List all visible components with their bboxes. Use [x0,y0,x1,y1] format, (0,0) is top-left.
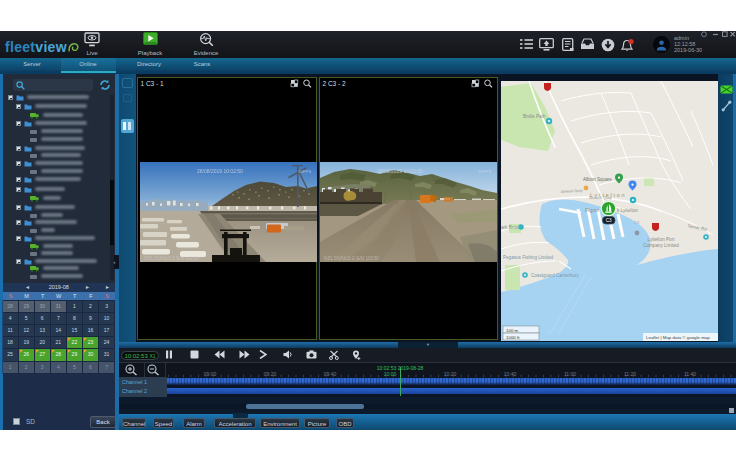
svg-text:Albion Square: Albion Square [583,177,612,182]
svg-text:Coastguard Canterbury: Coastguard Canterbury [531,273,579,278]
svg-text:28/08/2019 10:02:50: 28/08/2019 10:02:50 [197,168,243,174]
svg-text:Lyttelton PortCompany Limited: Lyttelton PortCompany Limited [643,237,679,248]
svg-text:1000 ft: 1000 ft [506,335,520,340]
svg-text:28/08/2019 10:02:50: 28/08/2019 10:02:50 [377,168,423,174]
svg-text:Pilgrim: Pilgrim [585,208,599,213]
svg-text:100 m: 100 m [506,328,519,333]
svg-text:Lyttelton: Lyttelton [590,192,626,198]
svg-text:C3: C3 [634,220,640,225]
svg-text:30FPS: 30FPS [298,169,311,174]
svg-text:ark Bros: ark Bros [501,225,519,230]
svg-text:Leaflet | Map data © google ma: Leaflet | Map data © google map [646,335,710,340]
svg-text:NZL DUNLD 2 S/N 10230: NZL DUNLD 2 S/N 10230 [324,256,379,261]
svg-text:NZL DUNLD 1 S/N 10230: NZL DUNLD 1 S/N 10230 [144,256,199,261]
svg-text:Bridle Path: Bridle Path [523,114,546,119]
svg-text:k Lyttelton: k Lyttelton [617,208,638,213]
svg-text:Pegasus Fishing Limited: Pegasus Fishing Limited [503,255,553,260]
svg-text:C3: C3 [606,218,612,223]
svg-text:30FPS: 30FPS [478,169,491,174]
